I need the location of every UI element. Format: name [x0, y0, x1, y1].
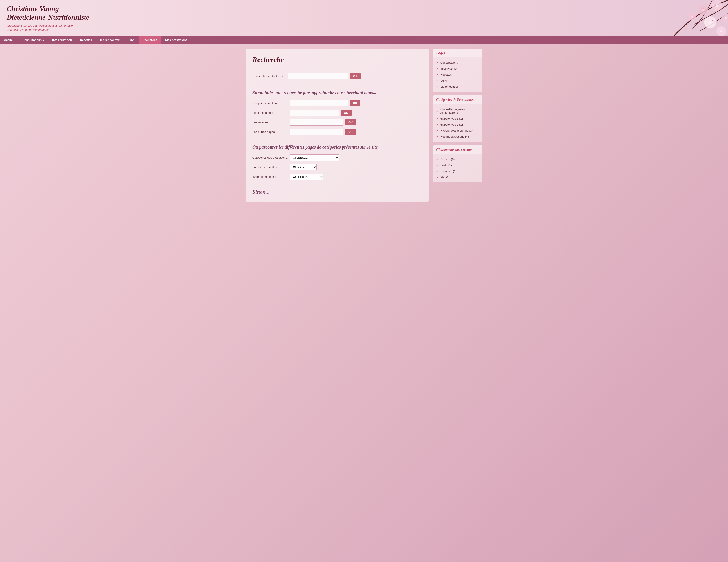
- sidebar-item-conseilles[interactable]: ► Conseilles régimes Alimentaire (6): [433, 106, 482, 116]
- autres-search-label: Les autres pages:: [252, 130, 288, 134]
- sidebar-item-suivi[interactable]: ► Suivi: [433, 78, 482, 84]
- arrow-icon: ►: [436, 117, 438, 120]
- sidebar-prestations-list: ► Conseilles régimes Alimentaire (6) ► d…: [433, 104, 482, 142]
- sidebar-item-infos-nutrition[interactable]: ► Infos Nutrition: [433, 66, 482, 72]
- sidebar-item-plat[interactable]: ► Plat (1): [433, 174, 482, 180]
- sidebar: Pages ► Consultations ► Infos Nutrition …: [433, 49, 482, 202]
- svg-point-24: [725, 17, 727, 19]
- svg-point-39: [691, 16, 693, 18]
- section1-heading: Sinon faites une recherche plus approfon…: [252, 90, 422, 95]
- types-dropdown-label: Types de recettes:: [252, 175, 288, 178]
- main-search-label: Recherche sur tout le site:: [252, 74, 286, 78]
- dropdown-row-categories: Catégories des prestations: Choisissez..…: [252, 154, 422, 161]
- sidebar-item-regime-diabetique[interactable]: ► Régime diabétique (4): [433, 134, 482, 140]
- prestations-ok-btn[interactable]: OK: [341, 110, 352, 116]
- nav-mes-prestations[interactable]: Mes prestations: [161, 36, 191, 44]
- arrow-icon: ►: [436, 73, 438, 76]
- main-search-input[interactable]: [288, 73, 348, 79]
- arrow-icon: ►: [436, 176, 438, 178]
- header: Christiane Vuong Diététicienne-Nutrition…: [0, 0, 728, 36]
- arrow-icon: ►: [436, 164, 438, 166]
- sidebar-prestations-section: Catégories de Prestations ► Conseilles r…: [433, 95, 482, 142]
- categories-dropdown-label: Catégories des prestations:: [252, 156, 288, 159]
- dropdown-row-types: Types de recettes: Choisissez...: [252, 174, 422, 180]
- sidebar-item-recettes[interactable]: ► Recettes: [433, 72, 482, 78]
- page-title: Recherche: [252, 56, 422, 64]
- sidebar-item-dessert[interactable]: ► Dessert (3): [433, 156, 482, 162]
- sidebar-pages-list: ► Consultations ► Infos Nutrition ► Rece…: [433, 57, 482, 92]
- svg-point-45: [720, 30, 722, 32]
- autres-input[interactable]: [290, 129, 343, 135]
- arrow-icon: ►: [436, 135, 438, 138]
- nav-me-rencontrer[interactable]: Me rencontrer: [96, 36, 124, 44]
- header-subtitle: Informations sur les pathologies liées à…: [7, 23, 721, 32]
- prestations-input[interactable]: [290, 110, 339, 116]
- title-divider: [252, 67, 422, 67]
- recettes-ok-btn[interactable]: OK: [345, 119, 356, 125]
- main-content: Recherche Recherche sur tout le site: OK…: [246, 49, 429, 202]
- arrow-icon: ►: [436, 158, 438, 160]
- arrow-icon: ►: [436, 85, 438, 88]
- nav-infos-nutrition[interactable]: Infos Nutrition: [48, 36, 76, 44]
- sidebar-item-me-rencontrer[interactable]: ► Me rencontrer: [433, 84, 482, 90]
- recettes-input[interactable]: [290, 119, 343, 126]
- svg-point-46: [695, 32, 699, 36]
- arrow-icon: ►: [436, 123, 438, 126]
- sidebar-recettes-section: Classements des recettes ► Dessert (3) ►…: [433, 145, 482, 182]
- categories-dropdown[interactable]: Choisissez...: [290, 154, 339, 161]
- arrow-icon: ►: [436, 79, 438, 82]
- nav-recettes[interactable]: Recettes: [76, 36, 96, 44]
- field-row-autres: Les autres pages: OK: [252, 129, 422, 135]
- arrow-icon: ►: [436, 61, 438, 64]
- sidebar-recettes-title: Classements des recettes: [433, 145, 482, 154]
- page-wrapper: Recherche Recherche sur tout le site: OK…: [241, 44, 487, 206]
- main-search-ok-btn[interactable]: OK: [350, 73, 361, 79]
- sidebar-item-fruits[interactable]: ► Fruits (1): [433, 162, 482, 168]
- famille-dropdown[interactable]: Choisissez...: [290, 164, 317, 170]
- types-dropdown[interactable]: Choisissez...: [290, 174, 323, 180]
- sidebar-item-consultations[interactable]: ► Consultations: [433, 60, 482, 66]
- nav-recherche[interactable]: Recherche: [139, 36, 161, 44]
- autres-ok-btn[interactable]: OK: [345, 129, 356, 135]
- field-row-prestations: Les prestations: OK: [252, 110, 422, 116]
- svg-point-14: [716, 4, 718, 7]
- famille-dropdown-label: Famille de recettes:: [252, 165, 288, 169]
- nutrition-input[interactable]: [290, 100, 348, 106]
- nav-consultations[interactable]: Consultations »: [18, 36, 48, 44]
- sidebar-item-hypercholesterolemie[interactable]: ► Hypercholestérolémie (3): [433, 128, 482, 134]
- field-row-nutrition: Les points nutritions: OK: [252, 100, 422, 106]
- nav-suivi[interactable]: Suivi: [124, 36, 139, 44]
- prestations-search-label: Les prestations:: [252, 111, 288, 114]
- arrow-icon: ►: [436, 110, 438, 112]
- main-search-row: Recherche sur tout le site: OK: [252, 73, 422, 79]
- recettes-search-label: Les recettes:: [252, 121, 288, 124]
- sidebar-item-diabete1[interactable]: ► diabète type 1 (1): [433, 116, 482, 122]
- dropdowns-divider: [252, 183, 422, 183]
- svg-point-5: [702, 9, 705, 11]
- svg-point-30: [709, 21, 712, 24]
- cherry-blossom-decoration: [634, 0, 728, 36]
- field-row-recettes: Les recettes: OK: [252, 119, 422, 126]
- header-title: Christiane Vuong Diététicienne-Nutrition…: [7, 4, 721, 22]
- nutrition-ok-btn[interactable]: OK: [350, 100, 360, 106]
- arrow-icon: ►: [436, 170, 438, 172]
- sidebar-pages-title: Pages: [433, 49, 482, 57]
- sidebar-pages-section: Pages ► Consultations ► Infos Nutrition …: [433, 49, 482, 92]
- nav-accueil[interactable]: Accueil: [0, 36, 18, 44]
- section2-heading: Ou parcourez les différentes pages de ca…: [252, 144, 422, 150]
- arrow-icon: ►: [436, 67, 438, 70]
- sidebar-prestations-title: Catégories de Prestations: [433, 95, 482, 104]
- sidebar-item-diabete2[interactable]: ► diabète type 2 (1): [433, 122, 482, 128]
- sinon-heading: Sinon...: [252, 189, 422, 195]
- sidebar-item-legumes[interactable]: ► Légumes (1): [433, 168, 482, 174]
- arrow-icon: ►: [436, 129, 438, 132]
- navigation: Accueil Consultations » Infos Nutrition …: [0, 36, 728, 44]
- dropdown-row-famille: Famille de recettes: Choisissez...: [252, 164, 422, 170]
- nutrition-label: Les points nutritions:: [252, 101, 288, 105]
- svg-point-47: [684, 28, 687, 32]
- sidebar-recettes-list: ► Dessert (3) ► Fruits (1) ► Légumes (1)…: [433, 154, 482, 182]
